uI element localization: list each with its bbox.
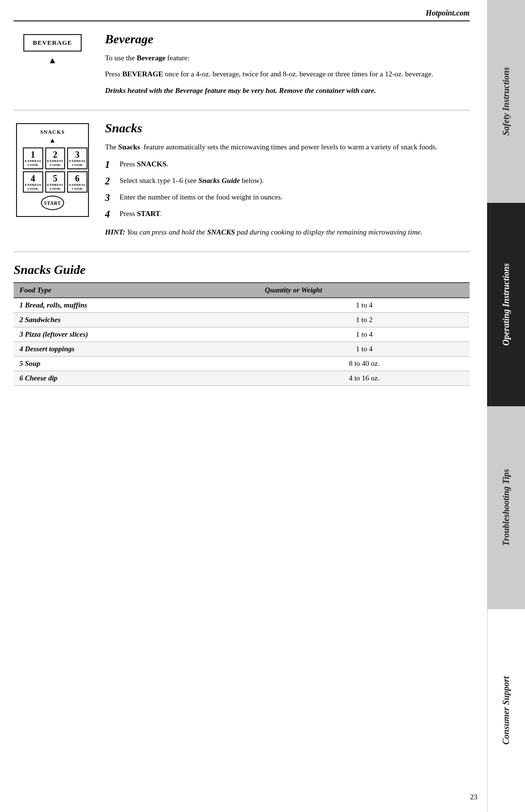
key-number-4: 4 xyxy=(25,174,41,183)
key-3: 3 EXPRESS COOK xyxy=(67,147,88,169)
beverage-arrow-icon: ▲ xyxy=(48,55,57,66)
snacks-content: Snacks The Snacks feature automatically … xyxy=(105,121,470,243)
key-4: 4 EXPRESS COOK xyxy=(23,171,43,193)
sidebar-label-troubleshooting: Troubleshooting Tips xyxy=(501,469,511,546)
key-label-2: EXPRESS COOK xyxy=(47,159,64,167)
snacks-guide-title: Snacks Guide xyxy=(14,263,470,277)
step-text-3: Enter the number of items or the food we… xyxy=(120,192,282,203)
step-num-4: 4 xyxy=(105,208,115,220)
sidebar-section-troubleshooting: Troubleshooting Tips xyxy=(487,406,525,609)
page-number: 23 xyxy=(470,793,477,801)
table-row: 3 Pizza (leftover slices)1 to 4 xyxy=(14,327,470,342)
sidebar-section-consumer: Consumer Support xyxy=(487,609,525,812)
key-number-1: 1 xyxy=(25,150,41,159)
table-row: 1 Bread, rolls, muffins1 to 4 xyxy=(14,298,470,313)
key-label-5: EXPRESS COOK xyxy=(47,183,64,191)
beverage-intro: To use the Beverage feature: xyxy=(105,53,470,64)
beverage-section: BEVERAGE ▲ Beverage To use the Beverage … xyxy=(14,21,470,110)
snacks-arrow-icon: ▲ xyxy=(23,137,82,144)
snacks-panel: SNACKS ▲ 1 EXPRESS COOK 2 EXPRESS COOK 3… xyxy=(16,123,89,217)
sidebar-label-operating: Operating Instructions xyxy=(501,263,511,346)
start-button-mock: START xyxy=(41,196,64,210)
quantity-cell: 1 to 4 xyxy=(259,342,470,357)
quantity-cell: 1 to 4 xyxy=(259,298,470,313)
table-row: 6 Cheese dip4 to 16 oz. xyxy=(14,371,470,386)
quantity-cell: 4 to 16 oz. xyxy=(259,371,470,386)
snacks-guide-section: Snacks Guide Food Type Quantity or Weigh… xyxy=(14,252,470,386)
snacks-panel-label: SNACKS xyxy=(23,129,82,135)
step-num-3: 3 xyxy=(105,192,115,203)
snacks-guide-table: Food Type Quantity or Weight 1 Bread, ro… xyxy=(14,282,470,386)
key-2: 2 EXPRESS COOK xyxy=(45,147,66,169)
key-number-3: 3 xyxy=(69,150,86,159)
col-food-type: Food Type xyxy=(14,283,259,298)
key-label-3: EXPRESS COOK xyxy=(69,159,86,167)
step-text-2: Select snack type 1–6 (see Snacks Guide … xyxy=(120,175,264,186)
food-type-cell: 5 Soup xyxy=(14,357,259,371)
main-content: Hotpoint.com BEVERAGE ▲ Beverage To use … xyxy=(0,0,487,812)
table-row: 5 Soup8 to 40 oz. xyxy=(14,357,470,371)
key-number-6: 6 xyxy=(69,174,86,183)
step-text-1: Press SNACKS. xyxy=(120,159,168,170)
beverage-title: Beverage xyxy=(105,32,470,47)
beverage-para2: Press BEVERAGE once for a 4-oz. beverage… xyxy=(105,69,470,80)
table-header-row: Food Type Quantity or Weight xyxy=(14,283,470,298)
beverage-content: Beverage To use the Beverage feature: Pr… xyxy=(105,32,470,101)
beverage-button-mock: BEVERAGE xyxy=(23,34,82,52)
food-type-cell: 6 Cheese dip xyxy=(14,371,259,386)
sidebar-label-safety: Safety Instructions xyxy=(501,67,511,136)
key-number-5: 5 xyxy=(47,174,64,183)
col-quantity: Quantity or Weight xyxy=(259,283,470,298)
sidebar-section-operating: Operating Instructions xyxy=(487,203,525,406)
key-6: 6 EXPRESS COOK xyxy=(67,171,88,193)
snacks-section: SNACKS ▲ 1 EXPRESS COOK 2 EXPRESS COOK 3… xyxy=(14,110,470,253)
header-title: Hotpoint.com xyxy=(426,9,470,17)
step-3: 3 Enter the number of items or the food … xyxy=(105,192,470,203)
food-type-cell: 4 Dessert toppings xyxy=(14,342,259,357)
food-type-cell: 1 Bread, rolls, muffins xyxy=(14,298,259,313)
step-4: 4 Press START. xyxy=(105,208,470,220)
snacks-hint: HINT: You can press and hold the SNACKS … xyxy=(105,227,470,238)
step-2: 2 Select snack type 1–6 (see Snacks Guid… xyxy=(105,175,470,187)
snacks-intro: The Snacks feature automatically sets th… xyxy=(105,142,470,153)
key-grid: 1 EXPRESS COOK 2 EXPRESS COOK 3 EXPRESS … xyxy=(23,147,82,193)
step-num-2: 2 xyxy=(105,175,115,187)
key-number-2: 2 xyxy=(47,150,64,159)
sidebar: Safety Instructions Operating Instructio… xyxy=(487,0,525,812)
quantity-cell: 8 to 40 oz. xyxy=(259,357,470,371)
quantity-cell: 1 to 2 xyxy=(259,313,470,327)
steps-list: 1 Press SNACKS. 2 Select snack type 1–6 … xyxy=(105,159,470,220)
table-row: 4 Dessert toppings1 to 4 xyxy=(14,342,470,357)
beverage-warning: Drinks heated with the Beverage feature … xyxy=(105,85,470,96)
sidebar-label-consumer: Consumer Support xyxy=(501,676,511,745)
key-label-4: EXPRESS COOK xyxy=(25,183,41,191)
table-row: 2 Sandwiches1 to 2 xyxy=(14,313,470,327)
header: Hotpoint.com xyxy=(14,0,470,21)
key-1: 1 EXPRESS COOK xyxy=(23,147,43,169)
sidebar-section-safety: Safety Instructions xyxy=(487,0,525,203)
step-1: 1 Press SNACKS. xyxy=(105,159,470,170)
key-label-6: EXPRESS COOK xyxy=(69,183,86,191)
step-text-4: Press START. xyxy=(120,208,162,219)
step-num-1: 1 xyxy=(105,159,115,170)
quantity-cell: 1 to 4 xyxy=(259,327,470,342)
food-type-cell: 2 Sandwiches xyxy=(14,313,259,327)
key-5: 5 EXPRESS COOK xyxy=(45,171,66,193)
key-label-1: EXPRESS COOK xyxy=(25,159,41,167)
snacks-title: Snacks xyxy=(105,121,470,136)
start-button-area: START xyxy=(23,196,82,210)
beverage-image: BEVERAGE ▲ xyxy=(14,32,91,101)
food-type-cell: 3 Pizza (leftover slices) xyxy=(14,327,259,342)
snacks-image: SNACKS ▲ 1 EXPRESS COOK 2 EXPRESS COOK 3… xyxy=(14,121,91,243)
